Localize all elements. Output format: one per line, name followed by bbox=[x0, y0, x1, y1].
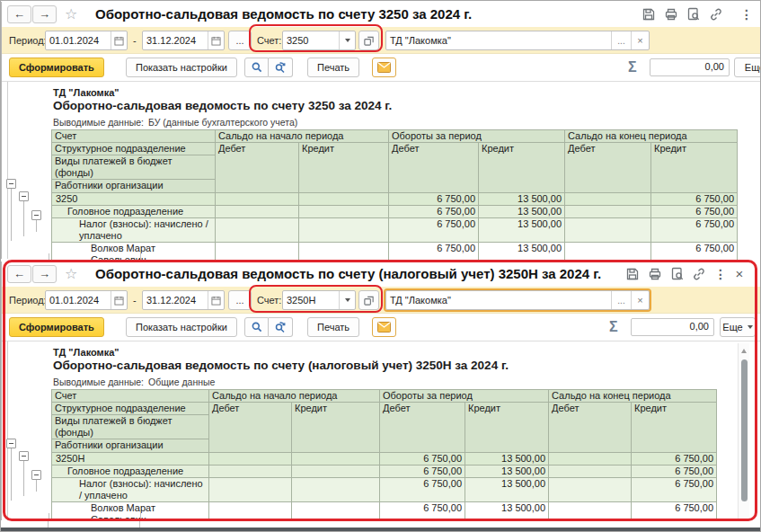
report-cell[interactable]: 6 750,00 bbox=[389, 218, 479, 243]
report-cell[interactable]: 13 500,00 bbox=[479, 206, 565, 218]
sum-value-field[interactable]: 0,00 bbox=[650, 58, 730, 76]
link-icon[interactable] bbox=[709, 7, 723, 22]
link-icon[interactable] bbox=[692, 267, 706, 281]
back-button[interactable]: ← bbox=[7, 5, 31, 23]
close-icon[interactable]: × bbox=[734, 267, 745, 281]
report-cell[interactable] bbox=[565, 206, 651, 218]
show-settings-button[interactable]: Показать настройки bbox=[126, 58, 237, 77]
print-button[interactable]: Печать bbox=[307, 317, 359, 337]
sum-value-field[interactable]: 0,00 bbox=[631, 318, 714, 336]
report-cell[interactable]: 13 500,00 bbox=[479, 218, 565, 243]
report-cell[interactable]: 13 500,00 bbox=[465, 453, 549, 466]
collapse-group-icon[interactable] bbox=[6, 439, 16, 448]
organization-field[interactable]: ТД "Лакомка" ... × bbox=[385, 290, 650, 310]
report-cell[interactable] bbox=[292, 478, 380, 502]
more-vertical-icon[interactable]: ⋮ bbox=[740, 7, 749, 22]
vertical-scrollbar[interactable] bbox=[738, 343, 749, 519]
favorite-star-icon[interactable]: ☆ bbox=[65, 5, 77, 23]
favorite-star-icon[interactable]: ☆ bbox=[65, 265, 77, 283]
choose-organization-button[interactable]: ... bbox=[611, 291, 631, 309]
report-cell[interactable] bbox=[216, 218, 299, 243]
report-cell[interactable] bbox=[549, 453, 632, 466]
open-account-button[interactable] bbox=[358, 290, 379, 310]
organization-field[interactable]: ТД "Лакомка" ... × bbox=[385, 31, 650, 50]
back-button[interactable]: ← bbox=[7, 265, 31, 283]
report-cell[interactable]: 13 500,00 bbox=[479, 193, 565, 206]
report-cell[interactable]: 6 750,00 bbox=[380, 466, 465, 478]
report-cell[interactable]: 13 500,00 bbox=[465, 466, 549, 478]
report-cell[interactable]: 6 750,00 bbox=[380, 453, 465, 466]
report-row-label[interactable]: 3250Н bbox=[52, 453, 209, 466]
date-from-field[interactable]: 01.01.2024 bbox=[45, 31, 128, 50]
report-cell[interactable]: 6 750,00 bbox=[651, 218, 738, 243]
preview-icon[interactable] bbox=[686, 7, 701, 22]
search-repeat-button[interactable] bbox=[269, 317, 293, 337]
search-button[interactable] bbox=[244, 317, 269, 337]
report-cell[interactable] bbox=[565, 218, 651, 243]
report-cell[interactable]: 6 750,00 bbox=[651, 206, 738, 218]
show-settings-button[interactable]: Показать настройки bbox=[126, 317, 237, 337]
report-cell[interactable] bbox=[299, 206, 389, 218]
report-cell[interactable] bbox=[209, 478, 292, 502]
email-button[interactable] bbox=[372, 317, 396, 337]
open-account-button[interactable] bbox=[358, 31, 379, 50]
report-cell[interactable]: 6 750,00 bbox=[651, 193, 738, 206]
forward-button[interactable]: → bbox=[32, 5, 57, 23]
generate-button[interactable]: Сформировать bbox=[9, 58, 104, 77]
account-field[interactable]: 3250Н bbox=[282, 290, 356, 310]
report-cell[interactable] bbox=[299, 218, 389, 243]
report-row-label[interactable]: Налог (взносы): начислено / уплачено bbox=[52, 478, 209, 502]
scroll-up-icon[interactable] bbox=[741, 349, 747, 353]
clear-organization-icon[interactable]: × bbox=[631, 291, 649, 309]
report-cell[interactable] bbox=[549, 478, 632, 502]
report-row-label[interactable]: Головное подразделение bbox=[52, 206, 216, 218]
period-options-button[interactable]: ... bbox=[228, 290, 252, 310]
print-icon[interactable] bbox=[648, 267, 662, 281]
preview-icon[interactable] bbox=[670, 267, 685, 281]
search-button[interactable] bbox=[244, 58, 269, 77]
date-to-field[interactable]: 31.12.2024 bbox=[142, 290, 225, 310]
collapse-group-icon[interactable] bbox=[19, 451, 29, 461]
date-from-field[interactable]: 01.01.2024 bbox=[45, 290, 128, 310]
report-cell[interactable]: 6 750,00 bbox=[632, 478, 717, 502]
dropdown-arrow-icon[interactable] bbox=[339, 31, 355, 49]
report-cell[interactable] bbox=[209, 466, 292, 478]
report-row-label[interactable]: Налог (взносы): начислено / уплачено bbox=[52, 218, 216, 243]
report-cell[interactable] bbox=[216, 193, 299, 206]
collapse-group-icon[interactable] bbox=[31, 210, 41, 220]
calendar-icon[interactable] bbox=[111, 291, 127, 309]
report-row-label[interactable]: Головное подразделение bbox=[52, 466, 209, 478]
calendar-icon[interactable] bbox=[111, 31, 127, 49]
print-button[interactable]: Печать bbox=[307, 58, 359, 77]
report-cell[interactable] bbox=[292, 453, 380, 466]
scrollbar-thumb[interactable] bbox=[741, 359, 748, 501]
calendar-icon[interactable] bbox=[208, 31, 224, 49]
more-button[interactable]: Еще bbox=[720, 317, 756, 337]
print-icon[interactable] bbox=[664, 7, 678, 22]
report-cell[interactable] bbox=[565, 193, 651, 206]
report-row-label[interactable]: 3250 bbox=[52, 193, 216, 206]
more-button[interactable]: Еще bbox=[734, 58, 761, 77]
report-cell[interactable]: 6 750,00 bbox=[380, 478, 465, 502]
choose-organization-button[interactable]: ... bbox=[611, 31, 631, 49]
report-cell[interactable]: 6 750,00 bbox=[632, 453, 717, 466]
report-cell[interactable]: 6 750,00 bbox=[389, 193, 479, 206]
more-vertical-icon[interactable]: ⋮ bbox=[714, 267, 723, 281]
collapse-group-icon[interactable] bbox=[19, 191, 29, 201]
dropdown-arrow-icon[interactable] bbox=[339, 291, 355, 309]
period-options-button[interactable]: ... bbox=[228, 31, 252, 50]
save-icon[interactable] bbox=[642, 7, 656, 22]
calendar-icon[interactable] bbox=[208, 291, 224, 309]
report-cell[interactable] bbox=[292, 466, 380, 478]
account-field[interactable]: 3250 bbox=[282, 31, 356, 50]
report-cell[interactable] bbox=[299, 193, 389, 206]
email-button[interactable] bbox=[372, 58, 396, 77]
collapse-group-icon[interactable] bbox=[31, 470, 41, 480]
report-cell[interactable] bbox=[549, 466, 632, 478]
report-cell[interactable]: 6 750,00 bbox=[632, 466, 717, 478]
report-cell[interactable]: 13 500,00 bbox=[465, 478, 549, 502]
collapse-group-icon[interactable] bbox=[6, 179, 16, 189]
save-icon[interactable] bbox=[625, 267, 640, 281]
clear-organization-icon[interactable]: × bbox=[631, 31, 649, 49]
report-cell[interactable] bbox=[216, 206, 299, 218]
